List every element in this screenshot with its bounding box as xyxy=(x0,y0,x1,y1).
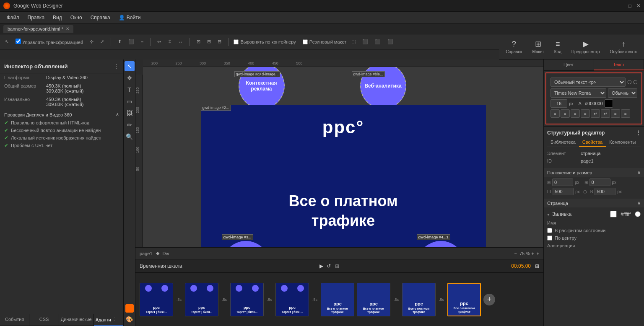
zoom-tool-btn[interactable]: 🔍 xyxy=(125,132,135,142)
properties-tab[interactable]: Свойства xyxy=(579,138,606,147)
link-icon[interactable]: ⬡ xyxy=(627,79,631,85)
page-header[interactable]: Страница ∧ xyxy=(544,199,644,207)
library-tab[interactable]: Библиотека xyxy=(547,138,579,147)
canvas-bg[interactable]: Контекстная реклама Веб-аналитика gwd-im… xyxy=(143,67,543,247)
layout-icon-btn[interactable]: ⊞ Макет xyxy=(532,39,544,54)
tab-close-icon[interactable]: ✕ xyxy=(66,26,69,31)
page-indicator[interactable]: page1 xyxy=(140,251,153,256)
element-indicator[interactable]: Div xyxy=(163,251,169,256)
preview-icon-btn[interactable]: ▶ Предпросмотр xyxy=(571,39,600,54)
select-tool[interactable]: ↖ xyxy=(3,38,10,45)
file-tab[interactable]: banner-for-ppc.world.html * ✕ xyxy=(3,25,73,33)
menu-file[interactable]: Файл xyxy=(3,14,23,21)
maximize-btn[interactable]: □ xyxy=(628,3,631,9)
position-header[interactable]: Положение и размер ∧ xyxy=(544,168,644,177)
close-btn[interactable]: ✕ xyxy=(636,3,641,9)
fill-opacity-indicator[interactable] xyxy=(635,211,641,217)
font-size-input[interactable] xyxy=(551,99,567,108)
checks-collapse-icon[interactable]: ∧ xyxy=(116,112,119,117)
font-color-swatch[interactable] xyxy=(605,99,613,108)
add-frame-btn[interactable]: + xyxy=(483,294,495,305)
rubber-icon4[interactable]: ⬛ xyxy=(386,38,395,45)
select-tool-btn[interactable]: ↖ xyxy=(125,61,135,71)
text-tab[interactable]: Текст xyxy=(594,60,644,70)
pan-tool-btn[interactable]: ✥ xyxy=(125,73,135,83)
transform-icon1[interactable]: ⊹ xyxy=(88,38,95,45)
align-center-btn[interactable]: ≡ xyxy=(561,109,570,118)
expanded-state-cb[interactable] xyxy=(547,228,552,233)
center-cb[interactable] xyxy=(547,235,552,241)
align-top[interactable]: ⬆ xyxy=(116,38,123,45)
adaptive-tab[interactable]: Адапти ⋮ xyxy=(94,314,123,326)
zoom-in-btn[interactable]: + xyxy=(537,251,539,256)
components-tab[interactable]: Компоненты xyxy=(606,138,639,147)
frame-8[interactable]: ppc Все о платном трафике xyxy=(447,283,481,316)
align-left-btn[interactable]: ≡ xyxy=(551,109,560,118)
frame-2[interactable]: ppc Таргет | бизн... xyxy=(185,283,218,316)
frame-1[interactable]: ppc Таргет | бизн... xyxy=(140,283,173,316)
unlink-icon[interactable]: ⬡ xyxy=(633,79,637,85)
timeline-loop-btn[interactable]: ↺ xyxy=(327,263,331,269)
canvas-viewport[interactable]: 200 250 300 350 400 450 500 xyxy=(135,60,543,247)
rubber-icon[interactable]: ⬚ xyxy=(350,38,357,45)
help-icon-btn[interactable]: ? Справка xyxy=(506,40,522,54)
width-input[interactable] xyxy=(553,188,574,195)
transform-checkbox[interactable]: Управлять трансформацией xyxy=(14,38,85,46)
publish-icon-btn[interactable]: ↑ Опубликовать xyxy=(610,40,637,54)
list-btn[interactable]: ≡ xyxy=(611,109,620,118)
frame-5[interactable]: ppc Все о платном трафике xyxy=(321,283,354,316)
rubber-icon3[interactable]: ⬛ xyxy=(373,38,382,45)
anchor2[interactable]: ⊞ xyxy=(205,38,213,45)
outdent-btn[interactable]: ↵ xyxy=(601,109,610,118)
frame-7[interactable]: ppc Все о платном трафике xyxy=(402,283,436,316)
struct-menu-icon[interactable]: ⋮ xyxy=(636,130,641,136)
signin-button[interactable]: 👤 Войти xyxy=(115,14,144,21)
align-icons[interactable]: ≡ xyxy=(139,39,145,45)
css-tab[interactable]: CSS xyxy=(29,314,59,326)
dist-v[interactable]: ⇕ xyxy=(166,38,173,45)
menu-edit[interactable]: Правка xyxy=(24,14,48,21)
x-input[interactable] xyxy=(552,179,573,186)
dist2[interactable]: ↔ xyxy=(177,39,184,45)
font-family-select[interactable]: Times New Roma xyxy=(551,88,606,98)
menu-window[interactable]: Окно xyxy=(67,14,86,21)
rubber-icon2[interactable]: ⬛ xyxy=(361,38,370,45)
image-tool-btn[interactable]: 🖼 xyxy=(125,108,135,118)
zoom-out-btn[interactable]: − xyxy=(514,251,517,256)
minimize-btn[interactable]: ─ xyxy=(620,3,623,9)
frame-3[interactable]: ppc Таргет | бизн... xyxy=(230,283,264,316)
code-icon-btn[interactable]: ≡ Код xyxy=(554,40,561,54)
dist-h[interactable]: ⇔ xyxy=(156,38,163,45)
rect-tool-btn[interactable]: ▭ xyxy=(125,96,135,106)
rubber-layout-cb[interactable]: Резиновый макет xyxy=(303,39,346,44)
menu-help[interactable]: Справка xyxy=(87,14,114,21)
align-container-cb[interactable]: Выровнять по контейнеру xyxy=(234,39,296,44)
menu-view[interactable]: Вид xyxy=(49,14,65,21)
align-right-btn[interactable]: ≡ xyxy=(571,109,580,118)
anchor1[interactable]: ⊡ xyxy=(195,38,202,45)
anchor3[interactable]: ⊟ xyxy=(216,38,223,45)
color-picker-btn[interactable] xyxy=(125,304,134,313)
dynamic-tab[interactable]: Динамические xyxy=(59,314,94,326)
text-type-select[interactable]: Обычный текст <p> xyxy=(551,78,626,87)
font-style-select[interactable]: Обычный xyxy=(608,88,637,98)
align-justify-btn[interactable]: ≡ xyxy=(581,109,590,118)
frame-6[interactable]: ppc Все о платном трафике xyxy=(357,283,390,316)
color-picker2-btn[interactable]: 🎨 xyxy=(125,314,135,324)
middle-row: Инспектор объявлений ⋮ Платформа Display… xyxy=(0,60,644,326)
text-tool-btn[interactable]: T xyxy=(125,85,135,95)
panel-menu-icon[interactable]: ⋮ xyxy=(113,63,119,70)
timeline-play-btn[interactable]: ▶ xyxy=(319,263,323,269)
align-middle[interactable]: ⬛ xyxy=(127,38,136,45)
timeline-settings-icon[interactable]: ⊞ xyxy=(535,263,539,269)
rtl-btn[interactable]: ≡ xyxy=(621,109,630,118)
frame-4[interactable]: ppc Таргет | бизн... xyxy=(275,283,309,316)
height-input[interactable] xyxy=(595,188,615,195)
color-tab[interactable]: Цвет xyxy=(544,60,594,70)
pen-tool-btn[interactable]: ✏ xyxy=(125,120,135,130)
fill-swatch[interactable] xyxy=(610,211,617,217)
y-input[interactable] xyxy=(589,179,610,186)
events-tab[interactable]: События xyxy=(0,314,29,326)
indent-btn[interactable]: ↵ xyxy=(591,109,600,118)
transform-icon2[interactable]: ⤢ xyxy=(99,38,106,45)
